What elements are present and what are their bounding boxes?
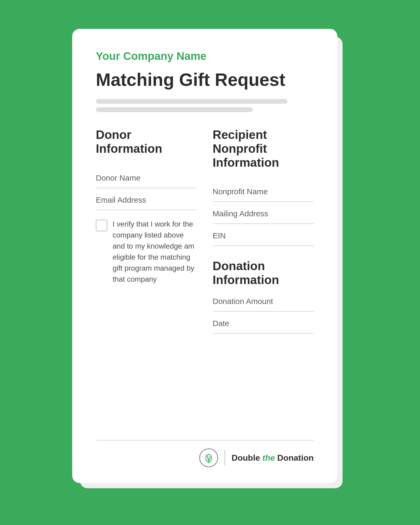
- email-address-label: Email Address: [96, 196, 146, 204]
- progress-bar-2: [96, 107, 253, 112]
- dtd-logo-icon: [204, 452, 213, 463]
- right-column: Recipient Nonprofit Information Nonprofi…: [213, 128, 314, 427]
- dtd-logo-circle: [199, 448, 218, 467]
- ein-label: EIN: [213, 231, 226, 240]
- donation-information-title: Donation Information: [213, 259, 314, 287]
- donor-information-title: Donor Information: [96, 128, 197, 156]
- date-field[interactable]: Date: [213, 312, 314, 334]
- donation-amount-field[interactable]: Donation Amount: [213, 290, 314, 312]
- mailing-address-field[interactable]: Mailing Address: [213, 202, 314, 224]
- donor-name-label: Donor Name: [96, 174, 140, 182]
- nonprofit-name-field[interactable]: Nonprofit Name: [213, 180, 314, 202]
- ein-field[interactable]: EIN: [213, 224, 314, 246]
- company-name: Your Company Name: [96, 50, 314, 62]
- donation-amount-label: Donation Amount: [213, 297, 273, 306]
- paper-main: Your Company Name Matching Gift Request …: [72, 29, 337, 483]
- verification-text: I verify that I work for the company lis…: [113, 219, 197, 285]
- page-wrapper: Your Company Name Matching Gift Request …: [72, 29, 348, 496]
- donor-name-field[interactable]: Donor Name: [96, 166, 197, 188]
- left-column: Donor Information Donor Name Email Addre…: [96, 128, 197, 427]
- footer-vertical-divider: [224, 450, 225, 466]
- donation-fields: Donation Amount Date: [213, 290, 314, 334]
- form-columns: Donor Information Donor Name Email Addre…: [96, 128, 314, 427]
- progress-bars: [96, 99, 314, 112]
- nonprofit-information-title: Recipient Nonprofit Information: [213, 128, 314, 170]
- footer-brand-text: Double the Donation: [232, 453, 314, 463]
- verification-checkbox-row[interactable]: I verify that I work for the company lis…: [96, 210, 197, 290]
- footer-brand-italic: the: [262, 453, 275, 463]
- footer-divider: [96, 440, 314, 440]
- date-label: Date: [213, 319, 229, 328]
- form-title: Matching Gift Request: [96, 70, 314, 90]
- mailing-address-label: Mailing Address: [213, 209, 268, 218]
- verification-checkbox[interactable]: [96, 220, 107, 231]
- donor-fields: Donor Name Email Address: [96, 166, 197, 210]
- nonprofit-name-label: Nonprofit Name: [213, 187, 268, 196]
- footer: Double the Donation: [96, 448, 314, 467]
- progress-bar-1: [96, 99, 287, 104]
- email-address-field[interactable]: Email Address: [96, 188, 197, 210]
- nonprofit-fields: Nonprofit Name Mailing Address EIN: [213, 180, 314, 246]
